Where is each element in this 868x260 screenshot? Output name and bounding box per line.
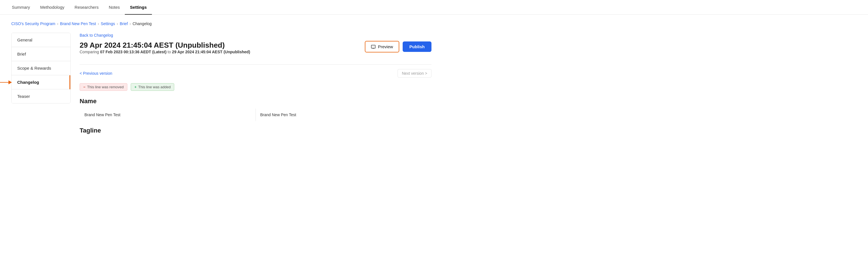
content-panel: Back to Changelog 29 Apr 2024 21:45:04 A… bbox=[70, 33, 440, 138]
legend-minus-sign: − bbox=[83, 85, 86, 89]
diff-legend: − This line was removed + This line was … bbox=[80, 83, 431, 91]
sidebar-item-general[interactable]: General bbox=[11, 33, 70, 47]
preview-icon bbox=[371, 44, 376, 49]
to-label: to bbox=[168, 50, 171, 54]
sidebar-item-teaser[interactable]: Teaser bbox=[11, 89, 70, 103]
nav-summary[interactable]: Summary bbox=[7, 0, 35, 15]
sidebar-item-scope-rewards[interactable]: Scope & Rewards bbox=[11, 61, 70, 75]
svg-rect-1 bbox=[372, 46, 375, 48]
prev-version-link[interactable]: < Previous version bbox=[80, 71, 113, 76]
breadcrumb-sep-3: › bbox=[117, 22, 118, 26]
breadcrumb-link-brief[interactable]: Brief bbox=[120, 22, 128, 26]
legend-added-text: This line was added bbox=[138, 85, 171, 89]
comparing-label: Comparing bbox=[80, 50, 99, 54]
sidebar-wrapper: General Brief Scope & Rewards Changelog … bbox=[11, 33, 70, 104]
breadcrumb-link-project[interactable]: Brand New Pen Test bbox=[60, 22, 96, 26]
next-version-link: Next version > bbox=[398, 69, 431, 78]
legend-removed-text: This line was removed bbox=[87, 85, 124, 89]
legend-removed: − This line was removed bbox=[80, 83, 127, 91]
sidebar-item-changelog[interactable]: Changelog bbox=[11, 75, 70, 89]
legend-plus-sign: + bbox=[134, 85, 137, 89]
back-to-changelog-link[interactable]: Back to Changelog bbox=[80, 33, 113, 38]
preview-label: Preview bbox=[378, 44, 393, 49]
action-buttons: Preview Publish bbox=[365, 41, 431, 52]
name-section-title: Name bbox=[80, 98, 431, 105]
header-divider bbox=[80, 64, 431, 65]
preview-button[interactable]: Preview bbox=[365, 41, 399, 52]
version-title-block: 29 Apr 2024 21:45:04 AEST (Unpublished) … bbox=[80, 41, 250, 60]
tagline-section-title: Tagline bbox=[80, 127, 431, 134]
legend-added: + This line was added bbox=[131, 83, 175, 91]
top-navigation: Summary Methodology Researchers Notes Se… bbox=[0, 0, 868, 15]
nav-settings[interactable]: Settings bbox=[125, 0, 152, 15]
from-version: 07 Feb 2023 00:13:36 AEDT (Latest) bbox=[100, 50, 166, 54]
breadcrumb-sep-1: › bbox=[57, 22, 58, 26]
nav-methodology[interactable]: Methodology bbox=[35, 0, 69, 15]
breadcrumb: CISO's Security Program › Brand New Pen … bbox=[11, 22, 440, 26]
arrow-head bbox=[8, 80, 12, 84]
version-nav: < Previous version Next version > bbox=[80, 69, 431, 78]
publish-button[interactable]: Publish bbox=[403, 41, 431, 52]
layout: General Brief Scope & Rewards Changelog … bbox=[11, 33, 440, 138]
nav-notes[interactable]: Notes bbox=[104, 0, 125, 15]
version-title: 29 Apr 2024 21:45:04 AEST (Unpublished) bbox=[80, 41, 250, 50]
breadcrumb-link-ciso[interactable]: CISO's Security Program bbox=[11, 22, 55, 26]
version-subtitle: Comparing 07 Feb 2023 00:13:36 AEDT (Lat… bbox=[80, 50, 250, 54]
to-version: 29 Apr 2024 21:45:04 AEST (Unpublished) bbox=[172, 50, 250, 54]
breadcrumb-sep-4: › bbox=[130, 22, 131, 26]
name-row: Brand New Pen Test Brand New Pen Test bbox=[80, 109, 431, 121]
svg-rect-2 bbox=[372, 48, 374, 49]
main-content: CISO's Security Program › Brand New Pen … bbox=[0, 15, 452, 144]
breadcrumb-current: Changelog bbox=[132, 22, 152, 26]
name-compare-table: Brand New Pen Test Brand New Pen Test bbox=[80, 108, 431, 121]
sidebar-arrow-indicator bbox=[0, 80, 12, 84]
name-left-cell: Brand New Pen Test bbox=[80, 109, 256, 121]
breadcrumb-link-settings[interactable]: Settings bbox=[101, 22, 115, 26]
sidebar: General Brief Scope & Rewards Changelog … bbox=[11, 33, 70, 104]
sidebar-item-brief[interactable]: Brief bbox=[11, 47, 70, 61]
nav-researchers[interactable]: Researchers bbox=[69, 0, 104, 15]
version-header: 29 Apr 2024 21:45:04 AEST (Unpublished) … bbox=[80, 41, 431, 60]
name-right-cell: Brand New Pen Test bbox=[255, 109, 431, 121]
arrow-line bbox=[0, 82, 8, 83]
breadcrumb-sep-2: › bbox=[98, 22, 99, 26]
